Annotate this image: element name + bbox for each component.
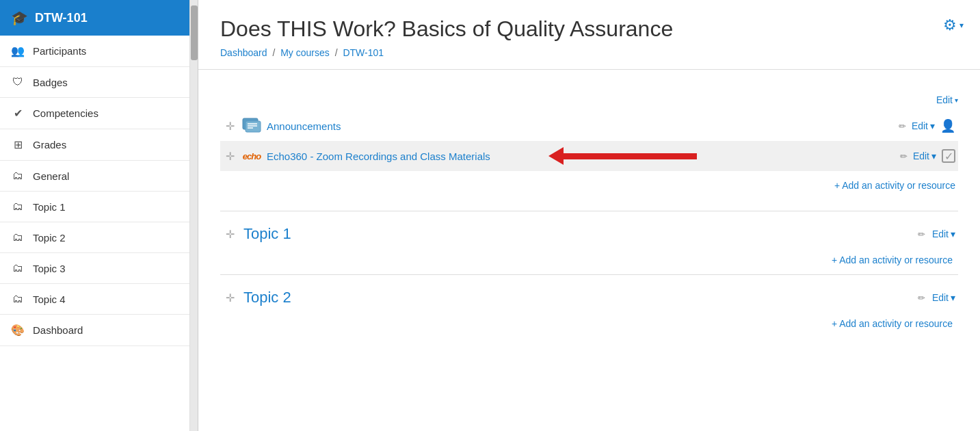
topic3-icon: 🗂 [11, 262, 25, 274]
sidebar-item-topic1[interactable]: 🗂 Topic 1 [0, 192, 189, 222]
echo360-edit-chevron-icon: ▾ [931, 151, 936, 161]
topic1-edit-button[interactable]: Edit ▾ [932, 228, 955, 239]
topic1-add-resource: + Add an activity or resource [223, 246, 955, 274]
page-header: Does THIS Work? Basics of Quality Assura… [198, 0, 980, 70]
announcements-pencil-icon[interactable]: ✏ [899, 121, 906, 131]
topic2-section: ✛ Topic 2 ✏ Edit ▾ + Add an activity or … [220, 274, 958, 338]
drag-handle-announcements[interactable]: ✛ [223, 120, 237, 133]
general-section: Edit ▾ ✛ [220, 83, 958, 211]
general-add-resource: + Add an activity or resource [220, 171, 958, 200]
topic1-edit-label: Edit [932, 228, 949, 239]
page-title: Does THIS Work? Basics of Quality Assura… [220, 16, 958, 42]
competencies-icon: ✔ [11, 107, 25, 120]
topic2-edit-chevron-icon: ▾ [951, 292, 955, 303]
topic1-title: Topic 1 [243, 225, 908, 243]
breadcrumb-course[interactable]: DTW-101 [343, 47, 384, 58]
topic2-add-resource: + Add an activity or resource [223, 309, 955, 338]
badges-icon: 🛡 [11, 76, 25, 88]
sidebar-item-label-topic4: Topic 4 [33, 293, 66, 305]
sidebar-item-topic4[interactable]: 🗂 Topic 4 [0, 284, 189, 315]
echo360-icon: echo [242, 146, 261, 166]
general-edit-button[interactable]: Edit ▾ [936, 94, 958, 105]
topic2-edit-button[interactable]: Edit ▾ [932, 292, 955, 303]
edit-label: Edit [936, 94, 953, 105]
edit-chevron-icon: ▾ [955, 96, 958, 104]
sidebar: 🎓 DTW-101 👥 Participants 🛡 Badges ✔ Comp… [0, 0, 190, 431]
sidebar-item-competencies[interactable]: ✔ Competencies [0, 98, 189, 129]
sidebar-item-general[interactable]: 🗂 General [0, 161, 189, 192]
echo360-edit-label: Edit [913, 151, 929, 161]
main-content: Does THIS Work? Basics of Quality Assura… [198, 0, 980, 431]
sidebar-item-label-badges: Badges [33, 77, 68, 88]
sidebar-item-badges[interactable]: 🛡 Badges [0, 67, 189, 98]
echo360-link[interactable]: Echo360 - Zoom Recordings and Class Mate… [267, 151, 892, 162]
topic1-add-resource-button[interactable]: + Add an activity or resource [832, 254, 953, 265]
announcements-edit-button[interactable]: Edit ▾ [912, 120, 935, 131]
sidebar-item-label-topic1: Topic 1 [33, 201, 66, 213]
topic2-header: ✛ Topic 2 ✏ Edit ▾ [223, 289, 955, 306]
scrollbar[interactable] [190, 0, 198, 431]
breadcrumb-sep2: / [335, 47, 341, 58]
topic1-drag-handle[interactable]: ✛ [223, 228, 237, 241]
topic2-icon: 🗂 [11, 231, 25, 244]
svg-rect-1 [246, 121, 261, 132]
announcements-edit-label: Edit [912, 120, 928, 131]
sidebar-item-topic2[interactable]: 🗂 Topic 2 [0, 222, 189, 253]
general-add-resource-button[interactable]: + Add an activity or resource [834, 180, 955, 191]
breadcrumb-dashboard[interactable]: Dashboard [220, 47, 267, 58]
sidebar-header[interactable]: 🎓 DTW-101 [0, 0, 189, 36]
echo360-edit-button[interactable]: Edit ▾ [913, 151, 936, 161]
topic4-icon: 🗂 [11, 293, 25, 305]
echo360-actions: Edit ▾ ✓ [913, 149, 955, 163]
course-code: DTW-101 [35, 11, 88, 25]
general-icon: 🗂 [11, 170, 25, 182]
forum-icon [242, 116, 261, 135]
topic1-icon: 🗂 [11, 200, 25, 213]
user-icon: 👤 [940, 118, 955, 133]
drag-handle-echo360[interactable]: ✛ [223, 150, 237, 163]
sidebar-item-label-topic2: Topic 2 [33, 232, 66, 244]
general-section-inner: Edit ▾ ✛ [220, 83, 958, 211]
sidebar-item-label-participants: Participants [33, 45, 86, 57]
announcements-edit-chevron-icon: ▾ [930, 120, 935, 131]
sidebar-item-dashboard[interactable]: 🎨 Dashboard [0, 315, 189, 346]
topic2-add-resource-button[interactable]: + Add an activity or resource [832, 318, 953, 329]
topic2-drag-handle[interactable]: ✛ [223, 291, 237, 304]
breadcrumb: Dashboard / My courses / DTW-101 [220, 47, 958, 58]
sidebar-item-grades[interactable]: ⊞ Grades [0, 129, 189, 161]
checkbox-icon[interactable]: ✓ [942, 149, 955, 163]
gear-chevron-icon: ▾ [959, 21, 964, 30]
echo360-pencil-icon[interactable]: ✏ [900, 151, 908, 161]
sidebar-item-label-competencies: Competencies [33, 107, 98, 119]
breadcrumb-mycourses[interactable]: My courses [280, 47, 330, 58]
announcements-link[interactable]: Announcements [267, 120, 890, 132]
gear-button[interactable]: ⚙ ▾ [943, 16, 964, 34]
topic1-section: ✛ Topic 1 ✏ Edit ▾ + Add an activity or … [220, 211, 958, 274]
topic2-pencil-icon[interactable]: ✏ [918, 293, 925, 303]
sidebar-item-label-topic3: Topic 3 [33, 263, 66, 274]
topic2-edit-label: Edit [932, 292, 949, 303]
activity-row-announcements: ✛ Announcements ✏ E [220, 111, 958, 141]
topic1-header: ✛ Topic 1 ✏ Edit ▾ [223, 225, 955, 243]
grades-icon: ⊞ [11, 138, 25, 151]
sidebar-item-label-general: General [33, 170, 69, 182]
course-icon: 🎓 [11, 10, 28, 26]
topic2-title: Topic 2 [243, 289, 908, 306]
sidebar-item-participants[interactable]: 👥 Participants [0, 36, 189, 67]
gear-icon: ⚙ [943, 16, 957, 34]
dashboard-icon: 🎨 [11, 324, 25, 337]
topic1-edit-chevron-icon: ▾ [951, 228, 955, 239]
breadcrumb-sep1: / [272, 47, 278, 58]
topic1-pencil-icon[interactable]: ✏ [918, 229, 925, 239]
announcements-actions: Edit ▾ 👤 [912, 118, 955, 133]
course-content: Edit ▾ ✛ [198, 70, 980, 352]
sidebar-item-topic3[interactable]: 🗂 Topic 3 [0, 253, 189, 284]
scrollbar-thumb[interactable] [191, 5, 198, 60]
sidebar-item-label-dashboard: Dashboard [33, 324, 83, 336]
activity-row-echo360: ✛ echo Echo360 - Zoom Recordings and Cla… [220, 141, 958, 171]
general-section-edit-row: Edit ▾ [220, 94, 958, 105]
sidebar-item-label-grades: Grades [33, 139, 66, 151]
participants-icon: 👥 [11, 44, 25, 57]
